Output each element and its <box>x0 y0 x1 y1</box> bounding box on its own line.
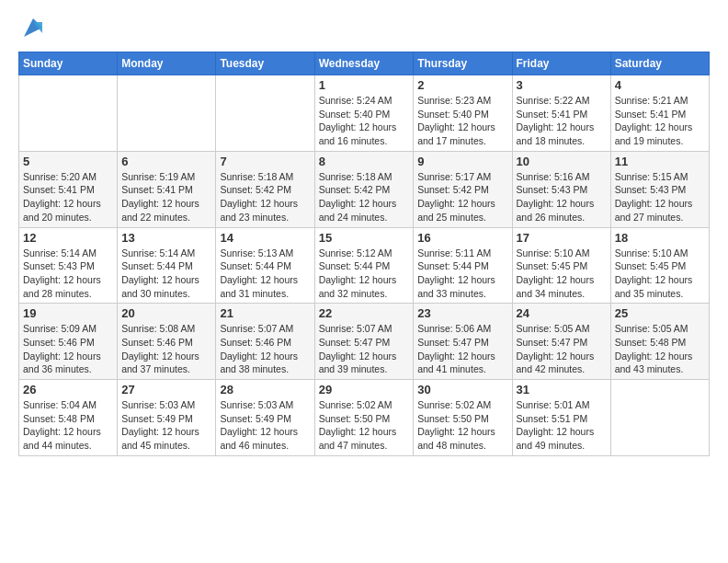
day-info: Sunrise: 5:05 AM Sunset: 5:48 PM Dayligh… <box>615 322 705 376</box>
day-number: 16 <box>417 231 507 245</box>
calendar-cell: 10Sunrise: 5:16 AM Sunset: 5:43 PM Dayli… <box>512 151 610 227</box>
calendar-cell: 2Sunrise: 5:23 AM Sunset: 5:40 PM Daylig… <box>414 75 512 152</box>
day-number: 8 <box>319 155 410 168</box>
day-info: Sunrise: 5:22 AM Sunset: 5:41 PM Dayligh… <box>517 94 607 148</box>
day-number: 1 <box>319 78 410 92</box>
calendar-cell <box>19 75 118 152</box>
day-info: Sunrise: 5:02 AM Sunset: 5:50 PM Dayligh… <box>319 398 410 453</box>
calendar-cell: 31Sunrise: 5:01 AM Sunset: 5:51 PM Dayli… <box>512 380 610 456</box>
calendar-header-row: SundayMondayTuesdayWednesdayThursdayFrid… <box>19 52 710 75</box>
day-number: 22 <box>319 306 410 320</box>
day-info: Sunrise: 5:06 AM Sunset: 5:47 PM Dayligh… <box>417 322 507 376</box>
calendar-cell: 23Sunrise: 5:06 AM Sunset: 5:47 PM Dayli… <box>414 304 512 380</box>
day-of-week-sunday: Sunday <box>19 52 118 75</box>
calendar-cell: 12Sunrise: 5:14 AM Sunset: 5:43 PM Dayli… <box>19 227 118 304</box>
day-number: 28 <box>220 383 310 396</box>
day-number: 17 <box>517 231 607 245</box>
day-number: 24 <box>517 306 607 320</box>
page-container: SundayMondayTuesdayWednesdayThursdayFrid… <box>0 0 728 465</box>
day-info: Sunrise: 5:03 AM Sunset: 5:49 PM Dayligh… <box>220 398 310 453</box>
calendar-cell: 13Sunrise: 5:14 AM Sunset: 5:44 PM Dayli… <box>118 227 216 304</box>
calendar-week-row: 12Sunrise: 5:14 AM Sunset: 5:43 PM Dayli… <box>19 227 710 304</box>
calendar-cell: 18Sunrise: 5:10 AM Sunset: 5:45 PM Dayli… <box>610 227 709 304</box>
day-number: 21 <box>220 306 310 320</box>
calendar-week-row: 19Sunrise: 5:09 AM Sunset: 5:46 PM Dayli… <box>19 304 710 380</box>
day-info: Sunrise: 5:04 AM Sunset: 5:48 PM Dayligh… <box>23 398 113 453</box>
calendar-cell: 19Sunrise: 5:09 AM Sunset: 5:46 PM Dayli… <box>19 304 118 380</box>
calendar-cell: 3Sunrise: 5:22 AM Sunset: 5:41 PM Daylig… <box>512 75 610 152</box>
calendar-cell: 25Sunrise: 5:05 AM Sunset: 5:48 PM Dayli… <box>610 304 709 380</box>
day-number: 19 <box>23 306 113 320</box>
day-of-week-wednesday: Wednesday <box>314 52 414 75</box>
day-info: Sunrise: 5:16 AM Sunset: 5:43 PM Dayligh… <box>517 170 607 224</box>
day-number: 27 <box>121 383 211 396</box>
day-info: Sunrise: 5:23 AM Sunset: 5:40 PM Dayligh… <box>417 94 507 148</box>
day-info: Sunrise: 5:10 AM Sunset: 5:45 PM Dayligh… <box>517 247 607 301</box>
calendar-table: SundayMondayTuesdayWednesdayThursdayFrid… <box>18 52 710 456</box>
day-info: Sunrise: 5:09 AM Sunset: 5:46 PM Dayligh… <box>23 322 113 376</box>
calendar-cell: 30Sunrise: 5:02 AM Sunset: 5:50 PM Dayli… <box>414 380 512 456</box>
calendar-cell <box>118 75 216 152</box>
calendar-cell: 7Sunrise: 5:18 AM Sunset: 5:42 PM Daylig… <box>216 151 314 227</box>
day-number: 25 <box>615 306 705 320</box>
day-info: Sunrise: 5:19 AM Sunset: 5:41 PM Dayligh… <box>121 170 211 224</box>
calendar-cell: 28Sunrise: 5:03 AM Sunset: 5:49 PM Dayli… <box>216 380 314 456</box>
logo-icon <box>20 15 46 40</box>
day-info: Sunrise: 5:24 AM Sunset: 5:40 PM Dayligh… <box>319 94 410 148</box>
day-number: 26 <box>23 383 113 396</box>
calendar-cell: 20Sunrise: 5:08 AM Sunset: 5:46 PM Dayli… <box>118 304 216 380</box>
day-of-week-friday: Friday <box>512 52 610 75</box>
calendar-cell: 5Sunrise: 5:20 AM Sunset: 5:41 PM Daylig… <box>19 151 118 227</box>
logo <box>18 15 46 40</box>
calendar-cell: 24Sunrise: 5:05 AM Sunset: 5:47 PM Dayli… <box>512 304 610 380</box>
day-info: Sunrise: 5:02 AM Sunset: 5:50 PM Dayligh… <box>417 398 507 453</box>
calendar-week-row: 1Sunrise: 5:24 AM Sunset: 5:40 PM Daylig… <box>19 75 710 152</box>
day-info: Sunrise: 5:14 AM Sunset: 5:43 PM Dayligh… <box>23 247 113 301</box>
day-info: Sunrise: 5:07 AM Sunset: 5:46 PM Dayligh… <box>220 322 310 376</box>
day-number: 20 <box>121 306 211 320</box>
calendar-cell <box>610 380 709 456</box>
calendar-cell: 11Sunrise: 5:15 AM Sunset: 5:43 PM Dayli… <box>610 151 709 227</box>
day-number: 13 <box>121 231 211 245</box>
calendar-cell: 27Sunrise: 5:03 AM Sunset: 5:49 PM Dayli… <box>118 380 216 456</box>
day-number: 11 <box>615 155 705 168</box>
day-number: 31 <box>517 383 607 396</box>
calendar-cell: 29Sunrise: 5:02 AM Sunset: 5:50 PM Dayli… <box>314 380 414 456</box>
calendar-week-row: 5Sunrise: 5:20 AM Sunset: 5:41 PM Daylig… <box>19 151 710 227</box>
day-info: Sunrise: 5:03 AM Sunset: 5:49 PM Dayligh… <box>121 398 211 453</box>
day-info: Sunrise: 5:05 AM Sunset: 5:47 PM Dayligh… <box>517 322 607 376</box>
day-info: Sunrise: 5:14 AM Sunset: 5:44 PM Dayligh… <box>121 247 211 301</box>
day-info: Sunrise: 5:11 AM Sunset: 5:44 PM Dayligh… <box>417 247 507 301</box>
day-number: 7 <box>220 155 310 168</box>
day-number: 18 <box>615 231 705 245</box>
day-info: Sunrise: 5:01 AM Sunset: 5:51 PM Dayligh… <box>517 398 607 453</box>
day-info: Sunrise: 5:08 AM Sunset: 5:46 PM Dayligh… <box>121 322 211 376</box>
day-number: 10 <box>517 155 607 168</box>
calendar-cell: 15Sunrise: 5:12 AM Sunset: 5:44 PM Dayli… <box>314 227 414 304</box>
day-number: 5 <box>23 155 113 168</box>
day-number: 14 <box>220 231 310 245</box>
day-of-week-saturday: Saturday <box>610 52 709 75</box>
calendar-cell: 16Sunrise: 5:11 AM Sunset: 5:44 PM Dayli… <box>414 227 512 304</box>
day-of-week-monday: Monday <box>118 52 216 75</box>
calendar-cell: 26Sunrise: 5:04 AM Sunset: 5:48 PM Dayli… <box>19 380 118 456</box>
day-number: 15 <box>319 231 410 245</box>
day-of-week-tuesday: Tuesday <box>216 52 314 75</box>
day-number: 12 <box>23 231 113 245</box>
day-number: 23 <box>417 306 507 320</box>
day-info: Sunrise: 5:10 AM Sunset: 5:45 PM Dayligh… <box>615 247 705 301</box>
day-number: 3 <box>517 78 607 92</box>
day-number: 30 <box>417 383 507 396</box>
calendar-cell: 21Sunrise: 5:07 AM Sunset: 5:46 PM Dayli… <box>216 304 314 380</box>
day-number: 29 <box>319 383 410 396</box>
day-info: Sunrise: 5:12 AM Sunset: 5:44 PM Dayligh… <box>319 247 410 301</box>
day-of-week-thursday: Thursday <box>414 52 512 75</box>
calendar-cell: 8Sunrise: 5:18 AM Sunset: 5:42 PM Daylig… <box>314 151 414 227</box>
calendar-cell: 9Sunrise: 5:17 AM Sunset: 5:42 PM Daylig… <box>414 151 512 227</box>
day-number: 9 <box>417 155 507 168</box>
day-info: Sunrise: 5:18 AM Sunset: 5:42 PM Dayligh… <box>220 170 310 224</box>
day-info: Sunrise: 5:15 AM Sunset: 5:43 PM Dayligh… <box>615 170 705 224</box>
calendar-cell: 22Sunrise: 5:07 AM Sunset: 5:47 PM Dayli… <box>314 304 414 380</box>
day-number: 2 <box>417 78 507 92</box>
calendar-week-row: 26Sunrise: 5:04 AM Sunset: 5:48 PM Dayli… <box>19 380 710 456</box>
